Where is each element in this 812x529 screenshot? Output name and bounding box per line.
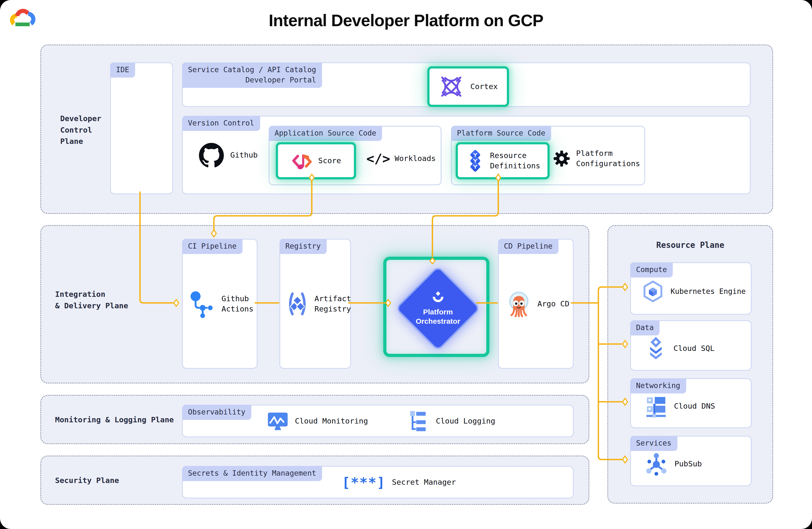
argo-cd-item: Argo CD (506, 290, 569, 318)
workloads-label: Workloads (395, 153, 436, 164)
version-control-chip: Version Control (182, 116, 260, 131)
argo-cd-icon (506, 290, 532, 318)
integration-delivery-plane-label: Integration & Delivery Plane (55, 289, 128, 311)
github-actions-item: Github Actions (189, 290, 253, 318)
security-plane: Security Plane Secrets & Identity Manage… (40, 456, 589, 505)
resource-plane: Resource Plane Compute Kubernetes Engine… (607, 225, 773, 503)
page-title: Internal Developer Platform on GCP (0, 11, 812, 30)
service-catalog-box: Service Catalog / API Catalog Developer … (182, 62, 751, 107)
networking-chip: Networking (630, 378, 686, 394)
cloud-logging-icon (408, 410, 430, 432)
pubsub-icon (644, 452, 668, 476)
registry-chip: Registry (279, 239, 327, 254)
resource-plane-label: Resource Plane (608, 239, 772, 251)
resource-definitions-icon (465, 149, 485, 172)
observability-box: Observability Cloud Monitoring (182, 405, 574, 437)
observability-chip: Observability (182, 405, 251, 420)
pubsub-item: PubSub (644, 452, 702, 476)
orchestrator-icon (430, 291, 446, 304)
data-box: Data Cloud SQL (630, 320, 752, 371)
cortex-icon (438, 74, 464, 99)
platform-orchestrator-frame: Platform Orchestrator (383, 257, 490, 357)
score-label: Score (318, 156, 341, 166)
cloud-monitoring-label: Cloud Monitoring (295, 416, 368, 426)
artifact-registry-item: Artifact Registry (284, 292, 351, 316)
secret-manager-item: [***] Secret Manager (342, 474, 456, 490)
monitoring-logging-plane: Monitoring & Logging Plane Observability… (40, 395, 589, 444)
compute-chip: Compute (630, 262, 673, 278)
application-source-code-chip: Application Source Code (269, 126, 382, 141)
pubsub-label: PubSub (675, 459, 702, 469)
platform-configurations-label: Platform Configurations (576, 148, 640, 169)
developer-control-plane-label: Developer Control Plane (60, 113, 101, 147)
cloud-monitoring-icon (266, 410, 289, 432)
cd-pipeline-chip: CD Pipeline (498, 239, 559, 254)
cloud-logging-label: Cloud Logging (436, 416, 495, 426)
cloud-monitoring-item: Cloud Monitoring (266, 410, 368, 432)
secrets-box: Secrets & Identity Management [***] Secr… (182, 466, 574, 498)
kubernetes-engine-icon (641, 280, 665, 303)
cortex-badge: Cortex (427, 66, 509, 107)
services-box: Services PubSub (630, 436, 752, 486)
kubernetes-engine-item: Kubernetes Engine (641, 280, 746, 303)
score-badge: Score (276, 142, 356, 179)
artifact-registry-icon (284, 292, 310, 316)
secrets-chip: Secrets & Identity Management (182, 466, 322, 481)
cd-pipeline-box: CD Pipeline (498, 239, 574, 369)
ci-pipeline-chip: CI Pipeline (182, 239, 243, 254)
data-chip: Data (630, 320, 659, 336)
application-source-code-box: Application Source Code Score </> Worklo… (269, 126, 441, 185)
service-catalog-chip: Service Catalog / API Catalog Developer … (182, 62, 322, 88)
cloud-dns-item: Cloud DNS (644, 395, 715, 418)
workloads-item: </> Workloads (366, 142, 436, 175)
ide-box: IDE (110, 62, 173, 194)
cloud-sql-label: Cloud SQL (673, 343, 715, 354)
resource-definitions-label: Resource Definitions (490, 150, 540, 171)
networking-box: Networking Cloud DNS (630, 378, 752, 428)
cortex-label: Cortex (470, 82, 498, 92)
developer-control-plane: Developer Control Plane IDE Service Cata… (40, 45, 773, 214)
score-icon (291, 149, 313, 172)
secret-manager-icon: [***] (342, 474, 386, 490)
platform-source-code-chip: Platform Source Code (451, 126, 551, 141)
version-control-box: Version Control Github Application Sourc… (182, 116, 751, 194)
platform-orchestrator-node: Platform Orchestrator (395, 266, 481, 351)
resource-definitions-badge: Resource Definitions (456, 142, 550, 179)
security-plane-label: Security Plane (55, 474, 119, 486)
cloud-dns-icon (644, 395, 668, 418)
cloud-dns-label: Cloud DNS (674, 401, 715, 411)
github-label: Github (230, 150, 258, 160)
github-actions-icon (189, 290, 216, 318)
secret-manager-label: Secret Manager (392, 477, 456, 487)
artifact-registry-label: Artifact Registry (315, 294, 351, 314)
ci-pipeline-box: CI Pipeline Github Actions (182, 239, 258, 369)
platform-configurations-item: Platform Configurations (552, 142, 640, 175)
monitoring-logging-plane-label: Monitoring & Logging Plane (55, 414, 174, 425)
ide-chip: IDE (110, 62, 135, 77)
cloud-sql-item: Cloud SQL (644, 336, 715, 361)
cloud-logging-item: Cloud Logging (408, 410, 495, 432)
argo-cd-label: Argo CD (537, 299, 569, 309)
github-actions-label: Github Actions (221, 294, 253, 314)
registry-box: Registry Artifact Registry (279, 239, 351, 369)
code-icon: </> (366, 151, 390, 166)
services-chip: Services (630, 436, 677, 451)
platform-source-code-box: Platform Source Code (451, 126, 645, 185)
github-icon (199, 143, 224, 167)
canvas: Internal Developer Platform on GCP Devel… (0, 0, 812, 529)
github-item: Github (199, 143, 258, 167)
cloud-sql-icon (644, 336, 667, 361)
platform-orchestrator-label: Platform Orchestrator (416, 307, 460, 326)
compute-box: Compute Kubernetes Engine (630, 262, 752, 315)
integration-delivery-plane: Integration & Delivery Plane CI Pipeline… (40, 225, 589, 383)
gear-icon (552, 148, 572, 168)
kubernetes-engine-label: Kubernetes Engine (670, 286, 746, 296)
